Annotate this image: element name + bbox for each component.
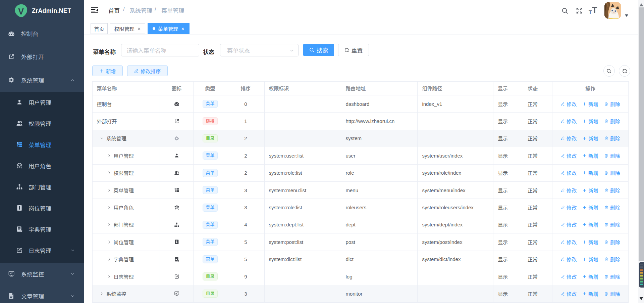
svg-text:V: V [18, 7, 24, 16]
